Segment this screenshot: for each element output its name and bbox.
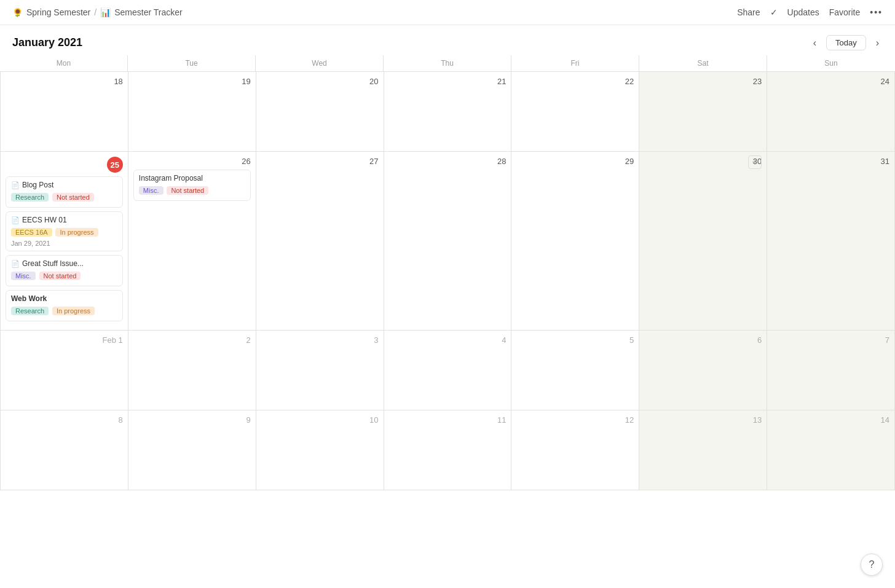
tag-in-progress-2: In progress [52, 307, 95, 315]
event-instagram[interactable]: Instagram Proposal Misc. Not started [133, 170, 251, 201]
calendar-header: January 2021 ‹ Today › [0, 25, 895, 55]
share-button[interactable]: Share [737, 7, 760, 17]
event-eecs-title: EECS HW 01 [22, 216, 67, 224]
day-label-sat: Sat [639, 55, 767, 71]
day-feb6: 6 [639, 331, 767, 410]
event-eecs-hw[interactable]: 📄 EECS HW 01 EECS 16A In progress Jan 29… [6, 211, 123, 251]
day-labels: Mon Tue Wed Thu Fri Sat Sun [0, 55, 895, 72]
day-feb10: 10 [256, 410, 384, 490]
tag-not-started-3: Not started [167, 186, 208, 195]
day-label-wed: Wed [256, 55, 384, 71]
day-feb14: 14 [767, 410, 895, 490]
day-28: 28 [384, 152, 512, 331]
day-feb3: 3 [256, 331, 384, 410]
doc-icon-3: 📄 [11, 260, 20, 268]
breadcrumb: 🌻 Spring Semester / 📊 Semester Tracker [12, 7, 183, 17]
day-19: 19 [128, 72, 256, 152]
day-label-thu: Thu [384, 55, 511, 71]
calendar-nav: ‹ Today › [810, 35, 883, 50]
next-month-button[interactable]: › [872, 36, 883, 50]
breadcrumb-sep: / [94, 7, 97, 17]
updates-button[interactable]: Updates [787, 7, 819, 17]
day-21: 21 [384, 72, 512, 152]
breadcrumb-emoji2: 📊 [100, 7, 111, 17]
tag-eecs: EECS 16A [11, 228, 52, 237]
event-blog-post-title: Blog Post [22, 181, 53, 189]
breadcrumb-part2[interactable]: Semester Tracker [114, 7, 182, 17]
top-nav: 🌻 Spring Semester / 📊 Semester Tracker S… [0, 0, 895, 25]
calendar-title: January 2021 [12, 36, 82, 49]
tag-not-started-1: Not started [52, 193, 94, 202]
day-18: 18 [1, 72, 128, 152]
event-eecs-date: Jan 29, 2021 [11, 240, 117, 247]
event-web-work-title: Web Work [11, 294, 47, 303]
more-options-button[interactable]: ••• [870, 7, 883, 17]
event-great-stuff[interactable]: 📄 Great Stuff Issue... Misc. Not started [6, 255, 123, 286]
day-label-fri: Fri [511, 55, 639, 71]
event-instagram-title: Instagram Proposal [139, 174, 203, 182]
tag-misc-1: Misc. [11, 272, 36, 280]
tag-in-progress-1: In progress [55, 228, 98, 237]
day-feb11: 11 [384, 410, 512, 490]
event-great-stuff-title: Great Stuff Issue... [22, 259, 84, 268]
day-label-sun: Sun [767, 55, 895, 71]
day-27: 27 [256, 152, 384, 331]
day-feb7: 7 [767, 331, 895, 410]
day-31: 31 [767, 152, 895, 331]
day-22: 22 [511, 72, 639, 152]
nav-actions: Share ✓ Updates Favorite ••• [737, 7, 883, 17]
day-feb2: 2 [128, 331, 256, 410]
tag-not-started-2: Not started [39, 272, 81, 280]
doc-icon: 📄 [11, 181, 20, 189]
day-30: 30 + [639, 152, 767, 331]
tag-misc-2: Misc. [139, 186, 164, 195]
day-feb4: 4 [384, 331, 512, 410]
day-29: 29 [511, 152, 639, 331]
day-feb13: 13 [639, 410, 767, 490]
day-23: 23 [639, 72, 767, 152]
tag-research-1: Research [11, 193, 49, 202]
day-feb5: 5 [511, 331, 639, 410]
doc-icon-2: 📄 [11, 216, 20, 224]
day-feb9: 9 [128, 410, 256, 490]
favorite-button[interactable]: Favorite [829, 7, 861, 17]
tag-research-2: Research [11, 307, 49, 315]
check-icon: ✓ [770, 7, 778, 17]
event-web-work[interactable]: Web Work Research In progress [6, 290, 123, 321]
day-label-tue: Tue [128, 55, 256, 71]
add-event-button-30[interactable]: + [748, 155, 762, 169]
day-feb1: Feb 1 [1, 331, 128, 410]
day-24: 24 [767, 72, 895, 152]
day-20: 20 [256, 72, 384, 152]
day-feb8: 8 [1, 410, 128, 490]
calendar-grid: 18 19 20 21 22 23 24 25 📄 Blog Post Rese… [0, 72, 895, 490]
day-label-mon: Mon [0, 55, 128, 71]
today-badge: 25 [107, 157, 123, 173]
day-25: 25 📄 Blog Post Research Not started 📄 EE… [1, 152, 128, 331]
breadcrumb-emoji1: 🌻 [12, 7, 23, 17]
breadcrumb-part1[interactable]: Spring Semester [26, 7, 90, 17]
event-blog-post[interactable]: 📄 Blog Post Research Not started [6, 176, 123, 208]
day-26: 26 Instagram Proposal Misc. Not started [128, 152, 256, 331]
prev-month-button[interactable]: ‹ [810, 36, 820, 50]
day-feb12: 12 [511, 410, 639, 490]
today-button[interactable]: Today [826, 35, 866, 50]
